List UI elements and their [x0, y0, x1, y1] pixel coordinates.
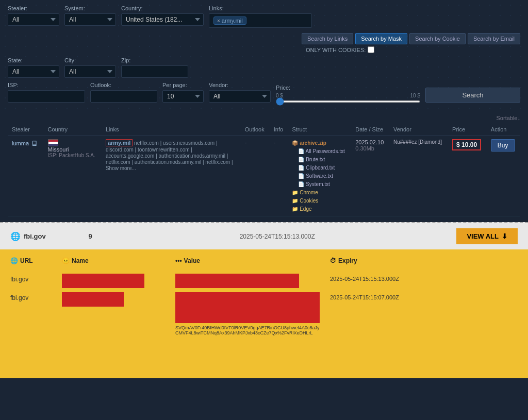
- zip-label: Zip:: [121, 57, 188, 63]
- col-date-size: Date / Size: [351, 123, 389, 136]
- folder-edge: 📁 Edge: [292, 205, 347, 213]
- cookies-section: 🌐 URL 😐 Name ••• Value ⏱ Expiry fbi.gov …: [0, 249, 528, 378]
- search-by-links-button[interactable]: Search by Links: [302, 33, 353, 44]
- country-group: Country: United States (182...: [121, 5, 204, 26]
- stealer-select[interactable]: All: [8, 13, 59, 26]
- tag-remove-icon[interactable]: ×: [217, 18, 220, 24]
- cell-links: army.mil netflix.com | users.nexusmods.c…: [102, 136, 241, 217]
- fbi-domain: 🌐 fbi.gov: [10, 231, 72, 241]
- monitor-icon: 🖥: [31, 139, 38, 147]
- cell-price: $ 10.00: [448, 136, 487, 217]
- system-label: System:: [64, 5, 116, 11]
- folder-chrome: 📁 Chrome: [292, 189, 347, 197]
- outlook-group: Outlook: @domain.com: [90, 82, 157, 103]
- zip-input[interactable]: [121, 65, 188, 78]
- cell-date-size: 2025.02.10 0.30Mb: [351, 136, 389, 217]
- clock-col-icon: ⏱: [330, 257, 336, 264]
- links-tag-input[interactable]: × army.mil: [209, 13, 312, 28]
- fbi-bar: 🌐 fbi.gov 9 2025-05-24T15:15:13.000Z VIE…: [0, 222, 528, 249]
- only-with-cookies-label: ONLY WITH COOKIES:: [306, 46, 520, 53]
- file-clipboard: 📄 Clipboard.txt: [292, 164, 347, 172]
- cookie-name-2: [62, 292, 165, 307]
- per-page-group: Per page: 10: [162, 82, 204, 103]
- link-highlight: army.mil: [106, 139, 133, 146]
- col-header-name: 😐 Name: [62, 257, 165, 264]
- only-with-cookies-checkbox[interactable]: [368, 46, 374, 53]
- search-type-buttons: Search by Links Search by Mask Search by…: [302, 33, 520, 44]
- vendor-select[interactable]: All: [209, 90, 271, 103]
- outlook-input[interactable]: @domain.com: [90, 90, 157, 103]
- stealer-name: lumma 🖥: [12, 139, 40, 147]
- city-select[interactable]: All: [64, 65, 116, 78]
- search-by-email-button[interactable]: Search by Email: [468, 33, 520, 44]
- state-label: State:: [8, 57, 59, 63]
- col-info: Info: [270, 123, 288, 136]
- cell-stealer: lumma 🖥: [8, 136, 44, 217]
- isp-input[interactable]: ADSL Maroc telecom: [8, 90, 85, 103]
- city-group: City: All: [64, 57, 116, 78]
- search-by-mask-button[interactable]: Search by Mask: [355, 33, 407, 44]
- cookie-row-1: fbi.gov 2025-05-24T15:15:13.000Z: [10, 274, 518, 288]
- cell-vendor: Nu####ez [Diamond]: [389, 136, 448, 217]
- price-label: Price:: [276, 85, 420, 91]
- cookie-expiry-2: 2025-05-24T15:15:07.000Z: [330, 292, 433, 300]
- col-vendor: Vendor: [389, 123, 448, 136]
- download-icon: ⬇: [502, 232, 507, 240]
- vendor-group: Vendor: All: [209, 82, 271, 103]
- state-select[interactable]: All: [8, 65, 59, 78]
- filter-row-1: Stealer: All System: All Country: United…: [8, 5, 520, 53]
- globe-col-icon: 🌐: [10, 257, 18, 264]
- state-group: State: All: [8, 57, 59, 78]
- cookie-value-2: SVQmAV0Fr40BIHWd0IVF0lR0VEV0gqAE7RinOCU8…: [175, 292, 320, 335]
- col-links: Links: [102, 123, 241, 136]
- search-type-group: Search by Links Search by Mask Search by…: [302, 33, 520, 53]
- filter-row-2: State: All City: All Zip:: [8, 57, 520, 78]
- cookie-expiry-1: 2025-05-24T15:15:13.000Z: [330, 274, 433, 282]
- search-by-cookie-button[interactable]: Search by Cookie: [409, 33, 466, 44]
- cell-country: Missouri ISP: PacketHub S.A.: [44, 136, 102, 217]
- col-struct: Struct: [288, 123, 351, 136]
- system-group: System: All: [64, 5, 116, 26]
- search-group: Search: [425, 86, 520, 103]
- face-col-icon: 😐: [62, 257, 70, 264]
- isp-label: ISP:: [8, 82, 85, 88]
- col-header-expiry: ⏱ Expiry: [330, 257, 433, 264]
- file-tree: 📦 archive.zip 📄 All Passwords.txt 📄 Brut…: [292, 139, 347, 213]
- cookie-value-1: [175, 274, 320, 288]
- cookie-url-1: fbi.gov: [10, 274, 52, 283]
- view-all-button[interactable]: VIEW ALL ⬇: [456, 228, 518, 244]
- us-flag-icon: [48, 139, 58, 146]
- globe-icon: 🌐: [10, 231, 21, 241]
- archive-label: 📦 archive.zip: [292, 139, 347, 147]
- table-row: lumma 🖥 Missouri ISP: PacketHub S.A. arm…: [8, 136, 520, 217]
- links-label: Links:: [209, 5, 312, 11]
- links-tag[interactable]: × army.mil: [213, 16, 246, 25]
- col-stealer: Stealer: [8, 123, 44, 136]
- redacted-name-2: [62, 292, 124, 307]
- price-slider[interactable]: [276, 100, 420, 103]
- col-action: Action: [487, 123, 520, 136]
- vendor-label: Vendor:: [209, 82, 271, 88]
- price-group: Price: 0 $ 10 $: [276, 85, 420, 103]
- country-select[interactable]: United States (182...: [121, 13, 204, 26]
- col-header-url: 🌐 URL: [10, 257, 52, 264]
- per-page-select[interactable]: 10: [162, 90, 204, 103]
- search-button[interactable]: Search: [425, 88, 520, 103]
- col-price: Price: [448, 123, 487, 136]
- file-allpasswords: 📄 All Passwords.txt: [292, 147, 347, 156]
- file-software: 📄 Software.txt: [292, 172, 347, 180]
- links-group: Links: × army.mil: [209, 5, 312, 28]
- table-header: Stealer Country Links Outlook Info Struc…: [8, 123, 520, 136]
- buy-button[interactable]: Buy: [491, 139, 515, 152]
- cookie-url-2: fbi.gov: [10, 292, 52, 301]
- stealer-group: Stealer: All: [8, 5, 59, 26]
- per-page-label: Per page:: [162, 82, 204, 88]
- dots-col-icon: •••: [175, 257, 182, 264]
- zip-group: Zip:: [121, 57, 188, 78]
- cell-action: Buy: [487, 136, 520, 217]
- system-select[interactable]: All: [64, 13, 116, 26]
- file-system: 📄 System.txt: [292, 180, 347, 189]
- long-value-text: SVQmAV0Fr40BIHWd0IVF0lR0VEV0gqAE7RinOCU8…: [175, 325, 320, 335]
- top-section: Stealer: All System: All Country: United…: [0, 0, 528, 112]
- fbi-count: 9: [82, 232, 98, 240]
